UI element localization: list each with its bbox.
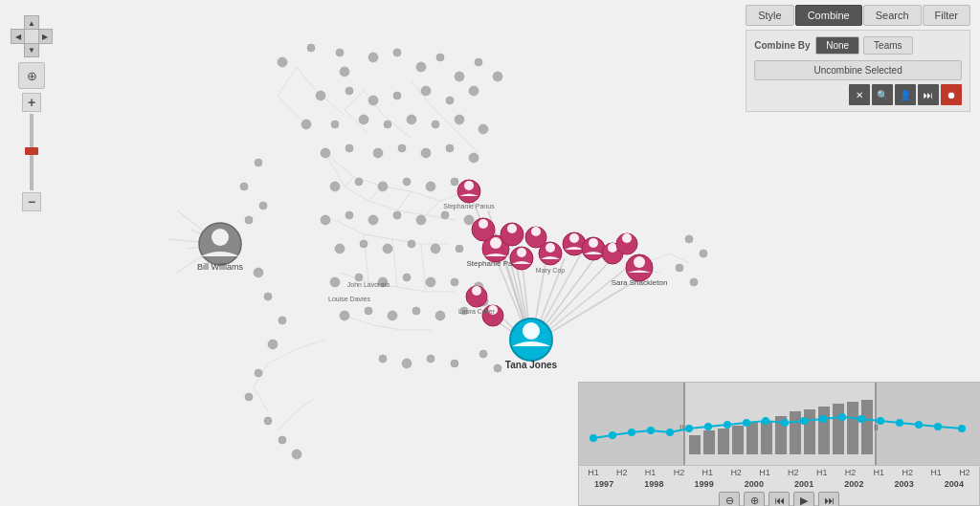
svg-point-91 [384, 121, 391, 128]
svg-point-160 [212, 229, 229, 246]
pan-control[interactable]: ▲ ▼ ◀ ▶ [10, 14, 54, 58]
svg-point-72 [340, 67, 349, 77]
svg-point-227 [724, 421, 731, 429]
svg-point-231 [800, 417, 808, 425]
tab-combine[interactable]: Combine [795, 5, 862, 26]
svg-point-75 [393, 49, 401, 56]
svg-point-174 [589, 238, 598, 248]
tab-style[interactable]: Style [746, 5, 793, 26]
svg-point-97 [345, 144, 353, 152]
period-label: H2 [674, 468, 685, 477]
year-label: 2000 [745, 479, 764, 489]
svg-point-95 [479, 124, 488, 134]
combine-teams-button[interactable]: Teams [863, 36, 912, 55]
period-label: H1 [588, 468, 599, 477]
svg-point-222 [628, 429, 635, 436]
svg-point-139 [245, 216, 253, 224]
svg-rect-215 [804, 409, 815, 454]
svg-point-151 [427, 355, 434, 363]
timeline-play-button[interactable]: ▶ [793, 492, 814, 506]
pan-down-button[interactable]: ▼ [24, 42, 39, 57]
combine-by-row: Combine By None Teams [754, 36, 962, 55]
svg-point-100 [421, 148, 431, 158]
pan-right-button[interactable]: ▶ [37, 29, 53, 44]
svg-rect-207 [689, 435, 701, 454]
year-label: 1999 [695, 479, 714, 489]
svg-point-127 [451, 278, 458, 286]
svg-text:Laura Caller: Laura Caller [458, 308, 496, 315]
timeline-subtract-button[interactable]: ⊖ [719, 492, 740, 506]
svg-rect-200 [579, 383, 684, 467]
combine-none-button[interactable]: None [815, 36, 859, 55]
svg-point-166 [464, 181, 474, 190]
svg-point-228 [743, 419, 750, 427]
year-label: 2001 [794, 479, 813, 489]
svg-point-81 [316, 91, 325, 100]
svg-point-154 [494, 364, 501, 372]
svg-point-78 [455, 72, 464, 81]
timeline-rewind-button[interactable]: ⏮ [768, 492, 790, 506]
svg-point-131 [388, 311, 397, 320]
svg-point-106 [403, 178, 411, 186]
svg-point-145 [245, 393, 253, 401]
svg-point-136 [255, 159, 262, 166]
svg-point-224 [666, 429, 674, 436]
person-icon-button[interactable]: 👤 [895, 84, 916, 105]
svg-point-104 [355, 178, 363, 186]
zoom-icon-button[interactable]: 🔍 [872, 84, 893, 105]
svg-point-189 [608, 243, 617, 253]
year-label: 2004 [945, 479, 964, 489]
svg-point-76 [416, 62, 426, 72]
svg-point-130 [365, 307, 372, 315]
svg-point-83 [368, 96, 378, 105]
svg-point-147 [278, 436, 286, 444]
svg-point-163 [490, 237, 501, 249]
tab-filter[interactable]: Filter [923, 5, 970, 26]
svg-point-86 [446, 97, 454, 104]
forward-icon-button[interactable]: ⏭ [918, 84, 939, 105]
zoom-slider[interactable] [30, 114, 33, 190]
svg-point-157 [676, 264, 683, 272]
period-label: H1 [645, 468, 657, 477]
svg-point-121 [456, 245, 463, 253]
svg-point-226 [704, 423, 712, 430]
svg-rect-212 [761, 421, 772, 454]
select-tool-button[interactable]: ⊕ [18, 62, 45, 89]
svg-point-182 [472, 286, 481, 296]
svg-rect-208 [703, 430, 715, 454]
svg-point-142 [278, 317, 286, 324]
timeline-fast-forward-button[interactable]: ⏭ [818, 492, 839, 506]
svg-point-115 [464, 215, 474, 225]
tab-search[interactable]: Search [863, 5, 922, 26]
uncombine-selected-button[interactable]: Uncombine Selected [754, 60, 962, 80]
timeline-chart[interactable]: II II [579, 383, 980, 467]
svg-rect-209 [718, 429, 729, 454]
svg-point-138 [259, 202, 267, 209]
svg-rect-218 [847, 402, 858, 454]
toolbar-icon-row: ✕ 🔍 👤 ⏭ ⏺ [754, 84, 962, 105]
svg-point-152 [451, 360, 458, 367]
svg-rect-211 [746, 423, 758, 454]
svg-point-170 [546, 243, 555, 253]
period-label: H2 [730, 468, 742, 477]
svg-point-125 [403, 274, 411, 281]
record-icon-button[interactable]: ⏺ [941, 84, 962, 105]
svg-point-89 [331, 121, 339, 128]
svg-point-137 [240, 183, 248, 190]
period-label: H2 [845, 468, 857, 477]
svg-point-85 [421, 86, 431, 96]
svg-point-108 [451, 178, 458, 186]
crosshair-icon-button[interactable]: ✕ [849, 84, 870, 105]
svg-point-120 [431, 244, 440, 253]
svg-text:John Lavorato: John Lavorato [347, 281, 390, 288]
zoom-control: + − [22, 93, 41, 211]
timeline-add-button[interactable]: ⊕ [744, 492, 765, 506]
svg-point-77 [436, 54, 444, 61]
zoom-out-button[interactable]: − [22, 192, 41, 211]
svg-rect-217 [833, 404, 844, 454]
svg-point-123 [355, 274, 363, 281]
svg-text:II: II [874, 423, 879, 432]
zoom-in-button[interactable]: + [22, 93, 41, 112]
svg-point-144 [255, 369, 262, 377]
svg-point-98 [373, 148, 383, 158]
